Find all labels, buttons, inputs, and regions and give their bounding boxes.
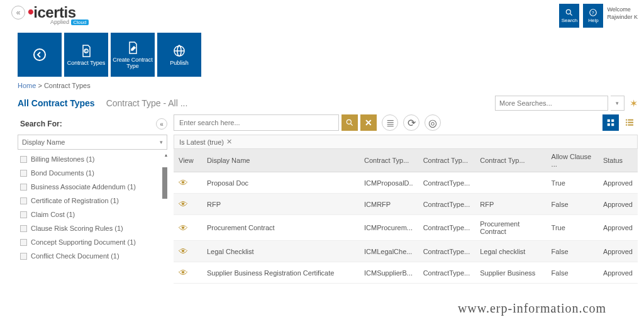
cell-display-name: RFP xyxy=(202,194,359,215)
display-name-dropdown[interactable]: Display Name ▾ xyxy=(18,135,167,150)
cell-ct2: ContractType... xyxy=(418,194,475,215)
grid-search-input[interactable] xyxy=(174,114,339,131)
svg-rect-13 xyxy=(611,119,614,122)
cell-ct3: Legal checklist xyxy=(475,241,546,262)
table-row[interactable]: 👁Procurement ContractICMProcurem...Contr… xyxy=(174,215,638,241)
nav-back-circle[interactable]: « xyxy=(11,6,25,19)
cell-status: Approved xyxy=(598,241,638,262)
tile-create-label: Create Contract Type xyxy=(111,57,155,70)
filter-chip-remove[interactable]: ✕ xyxy=(226,138,232,146)
svg-point-10 xyxy=(347,119,351,124)
cell-ct3: RFP xyxy=(475,194,546,215)
breadcrumb-current: Contract Types xyxy=(44,82,91,89)
table-row[interactable]: 👁Legal ChecklistICMLegalChe...ContractTy… xyxy=(174,241,638,262)
cell-allow: True xyxy=(547,172,598,194)
list-item[interactable]: Business Associate Addendum (1) xyxy=(18,180,167,194)
tile-create-contract-type[interactable]: Create Contract Type xyxy=(111,33,155,77)
cell-ct1: ICMRFP xyxy=(359,194,418,215)
col-ct-2[interactable]: Contract Typ... xyxy=(418,149,475,172)
col-allow[interactable]: Allow Clause ... xyxy=(547,149,598,172)
list-item[interactable]: Billing Milestones (1) xyxy=(18,152,167,166)
chevron-down-icon: ▾ xyxy=(160,139,163,145)
filter-chip[interactable]: Is Latest (true) xyxy=(179,138,224,146)
checkbox-icon[interactable] xyxy=(20,197,27,204)
checkbox-icon[interactable] xyxy=(20,184,27,191)
cell-ct1: ICMLegalChe... xyxy=(359,241,418,262)
list-item[interactable]: Claim Cost (1) xyxy=(18,208,167,221)
svg-rect-18 xyxy=(626,122,627,123)
cell-ct3: Procurement Contract xyxy=(475,215,546,241)
svg-point-4 xyxy=(34,49,45,60)
tile-publish[interactable]: Publish xyxy=(157,33,201,77)
cell-display-name: Procurement Contract xyxy=(202,215,359,241)
cell-status: Approved xyxy=(598,215,638,241)
watermark: www.erp-information.com xyxy=(458,301,606,316)
more-searches-input[interactable] xyxy=(495,96,608,111)
view-list-button[interactable] xyxy=(621,114,638,131)
cell-allow: False xyxy=(547,241,598,262)
tab-contract-type-all[interactable]: Contract Type - All ... xyxy=(106,98,188,108)
cell-ct2: ContractType... xyxy=(418,262,475,284)
help-label: Help xyxy=(588,18,598,23)
col-display-name[interactable]: Display Name xyxy=(202,149,359,172)
list-item[interactable]: Certificate of Registration (1) xyxy=(18,194,167,208)
svg-line-1 xyxy=(570,14,572,16)
table-row[interactable]: 👁Supplier Business Registration Certific… xyxy=(174,262,638,284)
svg-text:$: $ xyxy=(85,49,87,53)
checkbox-icon[interactable] xyxy=(20,239,27,246)
list-item[interactable]: Concept Supporting Document (1) xyxy=(18,235,167,249)
view-icon[interactable]: 👁 xyxy=(179,199,188,209)
cell-ct2: ContractType... xyxy=(418,215,475,241)
view-icon[interactable]: 👁 xyxy=(179,267,188,278)
more-searches-dropdown[interactable]: ▾ xyxy=(611,96,625,111)
checkbox-icon[interactable] xyxy=(20,211,27,218)
col-ct-3[interactable]: Contract Typ... xyxy=(475,149,546,172)
checkbox-icon[interactable] xyxy=(20,253,27,260)
list-item[interactable]: Conflict Check Document (1) xyxy=(18,249,167,263)
checkbox-icon[interactable] xyxy=(20,156,27,163)
scroll-up-arrow[interactable]: ▴ xyxy=(165,152,167,158)
cell-ct1: ICMProcurem... xyxy=(359,215,418,241)
checkbox-icon[interactable] xyxy=(20,225,27,232)
svg-rect-21 xyxy=(628,125,633,126)
checkbox-icon[interactable] xyxy=(20,170,27,177)
refresh-icon[interactable]: ⟳ xyxy=(403,114,419,131)
list-item[interactable]: Bond Documents (1) xyxy=(18,166,167,180)
cell-allow: False xyxy=(547,262,598,284)
svg-rect-17 xyxy=(628,119,633,121)
col-ct-1[interactable]: Contract Typ... xyxy=(359,149,418,172)
clear-search-button[interactable]: ✕ xyxy=(360,114,377,131)
toolbar-icon-3[interactable]: ◎ xyxy=(425,114,441,131)
scrollbar-thumb[interactable] xyxy=(162,167,167,199)
cell-display-name: Legal Checklist xyxy=(202,241,359,262)
welcome-block: Welcome Rajwinder K xyxy=(607,4,638,21)
cell-allow: False xyxy=(547,194,598,215)
toolbar-icon-1[interactable]: ≣ xyxy=(382,114,398,131)
list-item[interactable]: Clause Risk Scoring Rules (1) xyxy=(18,221,167,235)
view-icon[interactable]: 👁 xyxy=(179,223,188,233)
view-icon[interactable]: 👁 xyxy=(179,177,188,188)
tile-back[interactable] xyxy=(18,33,62,77)
cell-ct1: ICMProposalD.. xyxy=(359,172,418,194)
help-button[interactable]: ? Help xyxy=(583,4,603,28)
table-row[interactable]: 👁RFPICMRFPContractType...RFPFalseApprove… xyxy=(174,194,638,215)
favorite-star-icon[interactable]: ✶ xyxy=(630,97,638,109)
col-view[interactable]: View xyxy=(174,149,202,172)
table-row[interactable]: 👁Proposal DocICMProposalD..ContractType.… xyxy=(174,172,638,194)
collapse-panel-button[interactable]: « xyxy=(156,118,167,130)
tab-all-contract-types[interactable]: All Contract Types xyxy=(18,98,95,108)
breadcrumb: Home > Contract Types xyxy=(0,77,644,93)
cell-status: Approved xyxy=(598,194,638,215)
col-status[interactable]: Status xyxy=(598,149,638,172)
view-icon[interactable]: 👁 xyxy=(179,246,188,257)
global-search-button[interactable]: Search xyxy=(559,4,579,28)
search-button[interactable] xyxy=(341,114,358,131)
view-grid-button[interactable] xyxy=(602,114,619,131)
cell-display-name: Supplier Business Registration Certifica… xyxy=(202,262,359,284)
svg-line-11 xyxy=(351,124,353,126)
tile-contract-types[interactable]: $ Contract Types xyxy=(64,33,108,77)
breadcrumb-home[interactable]: Home xyxy=(18,82,36,89)
tile-publish-label: Publish xyxy=(170,60,189,67)
cell-ct2: ContractType... xyxy=(418,241,475,262)
svg-rect-15 xyxy=(611,123,614,126)
